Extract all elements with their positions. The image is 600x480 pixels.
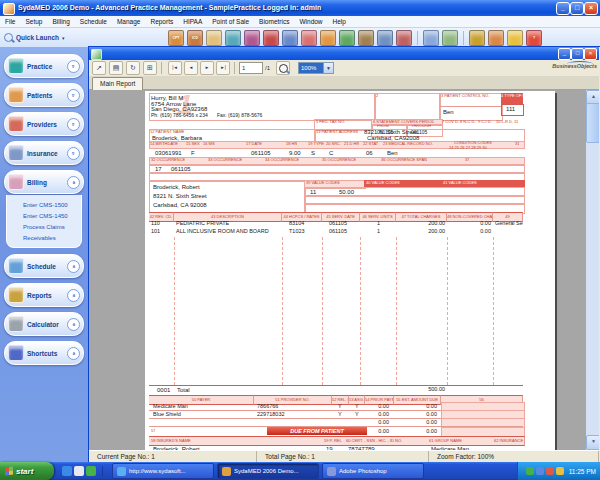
last-page-button[interactable]: ►| [216, 61, 230, 75]
sidebar-item-enter-cms-1500[interactable]: Enter CMS-1500 [23, 200, 81, 211]
service-line-1-description: ALL INCLUSIVE ROOM AND BOARD [176, 229, 269, 235]
chevron-down-icon[interactable]: » [67, 60, 80, 73]
menu-billing[interactable]: Billing [47, 18, 74, 25]
chevron-up-icon[interactable]: » [67, 318, 80, 331]
chevron-down-icon[interactable]: » [67, 89, 80, 102]
refresh-report-icon[interactable]: ↻ [126, 61, 140, 75]
condition-codes-label: CONDITION CODES [454, 141, 492, 145]
menu-schedule[interactable]: Schedule [75, 18, 112, 25]
find-text-button[interactable] [276, 61, 290, 75]
sidebar-item-process-claims[interactable]: Process Claims [23, 222, 81, 233]
total-amount: 500.00 [428, 387, 445, 393]
quick-launch-button[interactable]: Quick Launch ▾ [4, 33, 154, 42]
menu-point-of-sale[interactable]: Point of Sale [207, 18, 254, 25]
sidebar-item-billing[interactable]: Billing» [4, 170, 84, 194]
alert-icon[interactable] [546, 467, 554, 475]
sidebar-item-schedule[interactable]: Schedule» [4, 254, 84, 278]
menu-reports[interactable]: Reports [145, 18, 178, 25]
vertical-scrollbar[interactable]: ▲ ▼ [586, 90, 599, 450]
previous-page-button[interactable]: ◄ [184, 61, 198, 75]
claims-icon[interactable] [282, 30, 298, 46]
chevron-up-icon[interactable]: » [67, 260, 80, 273]
patient-search-icon[interactable] [225, 30, 241, 46]
menu-manage[interactable]: Manage [112, 18, 146, 25]
chevron-down-icon[interactable]: » [67, 147, 80, 160]
sidebar-item-shortcuts[interactable]: Shortcuts» [4, 341, 84, 365]
staff-icon[interactable] [396, 30, 412, 46]
page-number-input[interactable]: 1 [239, 62, 263, 74]
next-page-button[interactable]: ► [200, 61, 214, 75]
tab-main-report[interactable]: Main Report [92, 77, 143, 90]
statements-icon[interactable] [301, 30, 317, 46]
start-button[interactable]: start [0, 462, 54, 480]
payments-icon[interactable] [320, 30, 336, 46]
audit-list-icon[interactable] [442, 30, 458, 46]
menu-help[interactable]: Help [328, 18, 351, 25]
report-window-title-bar: _ □ × [89, 47, 599, 60]
accounting-icon[interactable] [469, 30, 485, 46]
menu-window[interactable]: Window [294, 18, 327, 25]
close-button[interactable]: × [584, 2, 598, 15]
sidebar-item-providers[interactable]: Providers» [4, 112, 84, 136]
sidebar-item-label: Billing [27, 179, 67, 186]
menu-setup[interactable]: Setup [20, 18, 47, 25]
sidebar-item-label: Reports [27, 292, 67, 299]
chevron-up-icon[interactable]: » [67, 347, 80, 360]
task-button-adobe-photoshop[interactable]: Adobe Photoshop [322, 463, 424, 479]
menu-file[interactable]: File [0, 18, 20, 25]
sidebar-item-insurance[interactable]: Insurance» [4, 141, 84, 165]
help-icon[interactable]: ? [526, 30, 542, 46]
minimize-button[interactable]: _ [556, 2, 570, 15]
superbill-icon[interactable] [263, 30, 279, 46]
task-button-http-www-sydasoft[interactable]: http://www.sydasoft... [112, 463, 214, 479]
toggle-group-tree-icon[interactable]: ⊞ [143, 61, 157, 75]
media-player-icon[interactable] [86, 466, 96, 476]
chevron-down-icon[interactable]: » [67, 118, 80, 131]
scroll-down-icon[interactable]: ▼ [586, 435, 599, 450]
zoom-select[interactable]: 100% ▼ [298, 62, 334, 74]
sidebar-item-practice[interactable]: Practice» [4, 54, 84, 78]
chevron-down-icon[interactable]: ▼ [323, 63, 333, 73]
system-monitor-icon[interactable] [488, 30, 504, 46]
antivirus-shield-icon[interactable] [526, 467, 534, 475]
scrollbar-thumb[interactable] [586, 103, 599, 143]
fee-schedule-icon[interactable] [206, 30, 222, 46]
maximize-button[interactable]: □ [570, 2, 584, 15]
volume-icon[interactable] [556, 467, 564, 475]
insured-col-header: 60 CERT. - SSN - HIC. - ID NO. [344, 436, 429, 446]
export-report-icon[interactable]: ↗ [92, 61, 106, 75]
menu-hipaa[interactable]: HIPAA [178, 18, 207, 25]
sidebar-item-patients[interactable]: Patients» [4, 83, 84, 107]
security-lock-icon[interactable] [507, 30, 523, 46]
patient-edit-icon[interactable] [244, 30, 260, 46]
task-button-sydamed-2006-demo[interactable]: SydaMED 2006 Demo... [217, 463, 319, 479]
first-page-button[interactable]: |◄ [168, 61, 182, 75]
sidebar-item-receivables[interactable]: Receivables [23, 233, 81, 244]
menu-biometrics[interactable]: Biometrics [254, 18, 294, 25]
print-report-icon[interactable]: ▤ [109, 61, 123, 75]
field-9-label: 9 C-I D. [478, 120, 492, 124]
workstation-icon[interactable] [377, 30, 393, 46]
report-minimize-button[interactable]: _ [558, 48, 571, 60]
icd-codes-icon[interactable]: ICD [187, 30, 203, 46]
column-divider [174, 237, 175, 385]
sidebar-item-enter-cms-1450[interactable]: Enter CMS-1450 [23, 211, 81, 222]
field-10-label: 10 L-R D. [496, 120, 513, 124]
task-clock-icon[interactable] [423, 30, 439, 46]
birthdate: 03061991 [155, 150, 182, 156]
billing-icon [8, 174, 24, 190]
facility-map-icon[interactable] [358, 30, 374, 46]
report-close-button[interactable]: × [584, 48, 597, 60]
internet-explorer-icon[interactable] [62, 466, 72, 476]
windows-flag-icon [5, 467, 13, 476]
network-icon[interactable] [536, 467, 544, 475]
report-maximize-button[interactable]: □ [571, 48, 584, 60]
scheduler-icon[interactable] [339, 30, 355, 46]
sidebar-item-calculator[interactable]: Calculator» [4, 312, 84, 336]
service-line-0-rev-cd: 110 [151, 221, 160, 227]
sidebar-item-reports[interactable]: Reports» [4, 283, 84, 307]
show-desktop-icon[interactable] [74, 466, 84, 476]
cpt-codes-icon[interactable]: CPT [168, 30, 184, 46]
chevron-up-icon[interactable]: » [67, 176, 80, 189]
chevron-up-icon[interactable]: » [67, 289, 80, 302]
